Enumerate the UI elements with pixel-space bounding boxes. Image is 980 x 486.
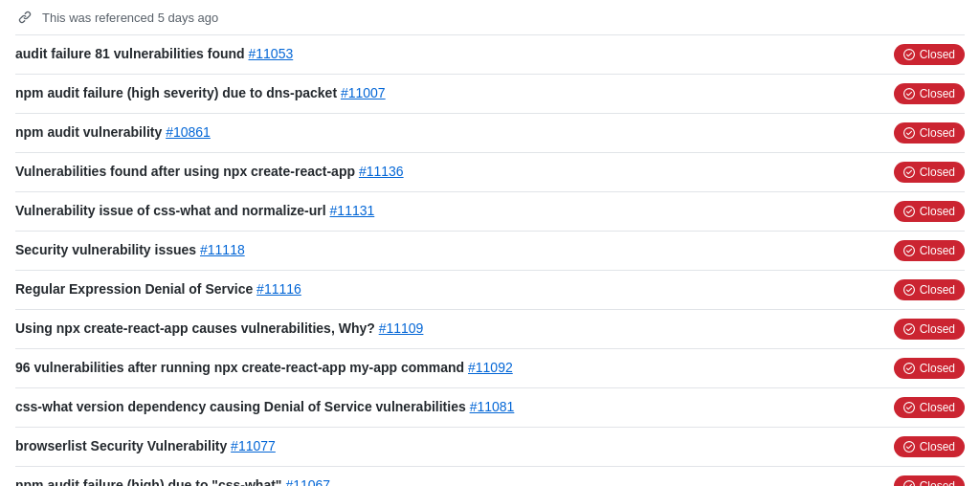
issue-item: Using npx create-react-app causes vulner… — [15, 310, 965, 349]
issue-number-link[interactable]: #11131 — [330, 203, 375, 218]
closed-badge-label: Closed — [920, 166, 955, 179]
closed-badge-label: Closed — [920, 205, 955, 218]
issue-title: Vulnerability issue of css-what and norm… — [15, 202, 879, 221]
issue-title-text[interactable]: browserlist Security Vulnerability — [15, 438, 231, 453]
issue-item: Security vulnerability issues #11118 Clo… — [15, 232, 965, 271]
closed-icon — [903, 402, 915, 413]
issue-item: css-what version dependency causing Deni… — [15, 388, 965, 428]
issue-title: browserlist Security Vulnerability #1107… — [15, 437, 879, 456]
closed-icon — [903, 323, 915, 335]
issue-title: Regular Expression Denial of Service #11… — [15, 280, 879, 299]
issue-number-link[interactable]: #11136 — [359, 164, 404, 179]
closed-icon — [903, 127, 915, 139]
closed-badge: Closed — [894, 319, 965, 340]
issue-title: npm audit failure (high severity) due to… — [15, 84, 879, 103]
issue-number-link[interactable]: #11116 — [256, 281, 301, 297]
closed-badge: Closed — [894, 83, 965, 104]
issue-number-link[interactable]: #10861 — [166, 124, 211, 140]
reference-text: This was referenced 5 days ago — [42, 11, 218, 25]
issue-title-text[interactable]: npm audit failure (high) due to "css-wha… — [15, 477, 285, 486]
issue-title-text[interactable]: Vulnerability issue of css-what and norm… — [15, 203, 330, 218]
closed-badge-label: Closed — [920, 401, 955, 414]
issue-number-link[interactable]: #11077 — [231, 438, 276, 453]
closed-icon — [903, 284, 915, 296]
issue-item: 96 vulnerabilities after running npx cre… — [15, 349, 965, 388]
issue-item: browserlist Security Vulnerability #1107… — [15, 428, 965, 467]
issue-number-link[interactable]: #11118 — [200, 242, 245, 257]
closed-badge-label: Closed — [920, 479, 955, 486]
issue-title-text[interactable]: npm audit vulnerability — [15, 124, 166, 140]
issue-title: audit failure 81 vulnerabilities found #… — [15, 45, 879, 64]
issue-item: Vulnerability issue of css-what and norm… — [15, 192, 965, 232]
issue-number-link[interactable]: #11109 — [379, 320, 424, 336]
issue-item: audit failure 81 vulnerabilities found #… — [15, 35, 965, 75]
issue-item: Regular Expression Denial of Service #11… — [15, 271, 965, 310]
closed-badge: Closed — [894, 279, 965, 300]
issue-item: Vulnerabilities found after using npx cr… — [15, 153, 965, 192]
closed-icon — [903, 441, 915, 453]
issue-title: 96 vulnerabilities after running npx cre… — [15, 359, 879, 378]
issue-title-text[interactable]: npm audit failure (high severity) due to… — [15, 85, 341, 100]
issue-title-text[interactable]: Vulnerabilities found after using npx cr… — [15, 164, 359, 179]
issue-title: npm audit vulnerability #10861 — [15, 123, 879, 143]
closed-icon — [903, 166, 915, 178]
reference-icon — [15, 8, 34, 27]
issue-list: audit failure 81 vulnerabilities found #… — [15, 34, 965, 486]
closed-badge-label: Closed — [920, 440, 955, 453]
closed-badge-label: Closed — [920, 283, 955, 297]
issue-title-text[interactable]: Regular Expression Denial of Service — [15, 281, 256, 297]
main-container: This was referenced 5 days ago audit fai… — [0, 0, 980, 486]
issue-number-link[interactable]: #11053 — [249, 46, 294, 61]
closed-badge-label: Closed — [920, 87, 955, 100]
closed-icon — [903, 206, 915, 217]
reference-header: This was referenced 5 days ago — [15, 0, 965, 31]
issue-item: npm audit failure (high severity) due to… — [15, 75, 965, 114]
issue-title: Vulnerabilities found after using npx cr… — [15, 163, 879, 182]
closed-badge: Closed — [894, 122, 965, 144]
issue-number-link[interactable]: #11067 — [285, 477, 330, 486]
closed-badge: Closed — [894, 201, 965, 222]
closed-icon — [903, 480, 915, 486]
issue-title: Security vulnerability issues #11118 — [15, 241, 879, 260]
closed-badge: Closed — [894, 162, 965, 183]
issue-item: npm audit failure (high) due to "css-wha… — [15, 467, 965, 486]
issue-title: css-what version dependency causing Deni… — [15, 398, 879, 417]
closed-badge-label: Closed — [920, 126, 955, 140]
closed-badge-label: Closed — [920, 362, 955, 375]
issue-item: npm audit vulnerability #10861 Closed — [15, 114, 965, 153]
issue-title-text[interactable]: audit failure 81 vulnerabilities found — [15, 46, 249, 61]
issue-title-text[interactable]: Security vulnerability issues — [15, 242, 200, 257]
issue-title: npm audit failure (high) due to "css-wha… — [15, 476, 879, 486]
closed-badge: Closed — [894, 240, 965, 261]
closed-badge: Closed — [894, 44, 965, 65]
closed-icon — [903, 49, 915, 60]
issue-title: Using npx create-react-app causes vulner… — [15, 320, 879, 339]
closed-icon — [903, 88, 915, 99]
issue-title-text[interactable]: css-what version dependency causing Deni… — [15, 399, 470, 414]
issue-number-link[interactable]: #11007 — [341, 85, 386, 100]
closed-icon — [903, 363, 915, 374]
issue-title-text[interactable]: 96 vulnerabilities after running npx cre… — [15, 360, 468, 375]
closed-badge: Closed — [894, 436, 965, 457]
closed-icon — [903, 245, 915, 256]
closed-badge-label: Closed — [920, 244, 955, 257]
closed-badge-label: Closed — [920, 322, 955, 336]
issue-number-link[interactable]: #11092 — [468, 360, 513, 375]
closed-badge: Closed — [894, 475, 965, 486]
issue-number-link[interactable]: #11081 — [470, 399, 515, 414]
closed-badge: Closed — [894, 397, 965, 418]
closed-badge-label: Closed — [920, 48, 955, 61]
issue-title-text[interactable]: Using npx create-react-app causes vulner… — [15, 320, 379, 336]
closed-badge: Closed — [894, 358, 965, 379]
